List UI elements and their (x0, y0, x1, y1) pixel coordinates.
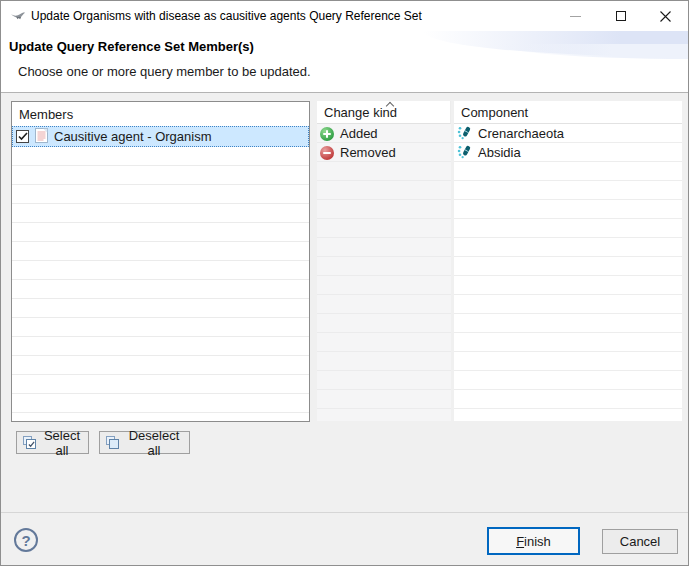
minus-circle-icon (320, 146, 334, 160)
minimize-button[interactable] (553, 1, 598, 31)
deselect-all-icon (106, 436, 119, 449)
page-description: Choose one or more query member to be up… (18, 64, 311, 79)
component-row[interactable]: Crenarchaeota (454, 124, 682, 143)
window-title: Update Organisms with disease as causiti… (31, 9, 422, 23)
dialog-window: Update Organisms with disease as causiti… (0, 0, 689, 566)
help-icon: ? (21, 532, 30, 549)
component-header-label: Component (461, 105, 528, 120)
component-label: Absidia (478, 145, 521, 160)
component-label: Crenarchaeota (478, 126, 564, 141)
component-body: Crenarchaeota (454, 124, 682, 421)
finish-button[interactable]: Finish (487, 527, 580, 555)
wizard-header: Update Query Reference Set Member(s) Cho… (1, 31, 688, 93)
help-button[interactable]: ? (14, 528, 38, 552)
minimize-icon (570, 16, 581, 17)
page-title: Update Query Reference Set Member(s) (9, 39, 254, 54)
deselect-all-label: Deselect all (125, 428, 183, 458)
members-table: Members Causitive agent - (11, 101, 310, 422)
window-controls (553, 1, 688, 31)
component-column-header[interactable]: Component (454, 101, 682, 124)
change-kind-label: Added (340, 126, 378, 141)
title-bar: Update Organisms with disease as causiti… (1, 1, 688, 31)
app-icon (10, 8, 26, 24)
close-icon (660, 11, 671, 22)
select-all-icon (23, 436, 36, 449)
concept-icon (457, 125, 472, 143)
change-row-added[interactable]: Added (317, 124, 451, 143)
component-column: Component (454, 101, 682, 421)
query-document-icon (35, 128, 48, 146)
checkbox-checked[interactable] (16, 130, 29, 143)
member-label: Causitive agent - Organism (54, 129, 212, 144)
change-kind-column: Change kind Added Removed (317, 101, 451, 421)
change-kind-column-header[interactable]: Change kind (317, 101, 451, 124)
check-icon (18, 132, 28, 141)
deselect-all-button[interactable]: Deselect all (99, 431, 190, 454)
component-row[interactable]: Absidia (454, 143, 682, 162)
header-swoosh-graphic-light (498, 44, 688, 59)
changes-table: Change kind Added Removed Component (317, 101, 682, 421)
concept-icon (457, 144, 472, 162)
members-column-header[interactable]: Members (12, 102, 309, 126)
member-row[interactable]: Causitive agent - Organism (12, 126, 309, 147)
change-kind-label: Removed (340, 145, 396, 160)
members-empty-rows (12, 147, 309, 421)
maximize-button[interactable] (598, 1, 643, 31)
select-all-label: Select all (42, 428, 82, 458)
finish-label: Finish (516, 534, 551, 549)
plus-circle-icon (320, 127, 334, 141)
cancel-label: Cancel (620, 534, 660, 549)
change-kind-body: Added Removed (317, 124, 451, 421)
change-row-removed[interactable]: Removed (317, 143, 451, 162)
footer-separator (1, 512, 688, 513)
select-all-button[interactable]: Select all (16, 431, 89, 454)
cancel-button[interactable]: Cancel (602, 529, 678, 554)
maximize-icon (616, 11, 626, 21)
close-button[interactable] (643, 1, 688, 31)
